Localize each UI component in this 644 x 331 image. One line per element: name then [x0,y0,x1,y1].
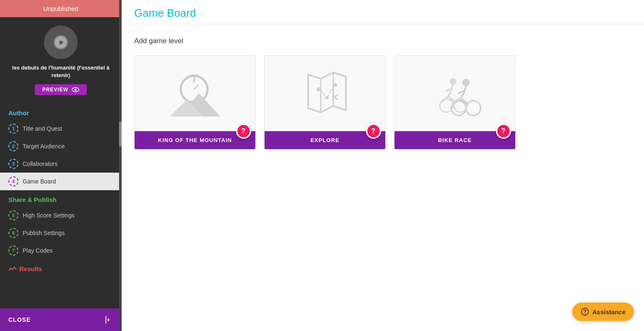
game-card-king-label: KING OF THE MOUNTAIN [158,137,232,143]
game-card-king-help[interactable]: ? [236,124,251,139]
step-1-badge: 1 [8,124,18,134]
svg-point-23 [584,313,585,314]
step-5-badge: 5 [8,210,18,220]
scrollbar-track[interactable] [119,0,122,331]
step-2-badge: 2 [8,141,18,151]
sidebar-item-title-quest-label: Title and Quest [23,125,62,132]
sidebar-item-high-score[interactable]: 5 High Score Settings [0,207,122,224]
game-card-bike-label: BIKE RACE [438,137,472,143]
sidebar-item-collaborators[interactable]: 3 Collaborators [0,155,122,173]
preview-label: PREVIEW [42,87,68,93]
game-card-king[interactable]: KING OF THE MOUNTAIN ? [134,55,256,150]
svg-line-8 [194,85,198,89]
sidebar-status: Unpublished [0,0,122,17]
svg-point-16 [462,79,470,86]
avatar-area: les debuts de l'humanité (l'essentiel à … [0,17,122,99]
sidebar-item-publish-settings[interactable]: 6 Publish Settings [0,224,122,242]
assistance-button[interactable]: Assistance [572,303,634,321]
svg-point-19 [450,78,457,85]
game-card-explore-image [265,56,385,131]
main-content: Game Board Add game level [122,0,644,331]
results-label: Results [19,265,42,272]
scrollbar-thumb [119,122,122,147]
sidebar-navigation: Author 1 Title and Quest 2 Target Audien… [0,99,122,308]
game-card-explore-label: EXPLORE [310,137,339,143]
sidebar-item-high-score-label: High Score Settings [23,212,75,219]
game-card-bike-help[interactable]: ? [496,124,511,139]
svg-point-17 [451,101,466,116]
author-section-label[interactable]: Author [0,103,122,120]
game-card-bike[interactable]: BIKE RACE ? [394,55,516,150]
avatar[interactable] [44,26,78,59]
sidebar-item-game-board[interactable]: 4 Game Board [0,173,122,190]
svg-point-18 [466,101,480,116]
sidebar: Unpublished les debuts de l'humanité (l'… [0,0,122,331]
game-card-king-footer: KING OF THE MOUNTAIN ? [135,131,255,149]
assistance-label: Assistance [592,308,626,315]
sidebar-item-target-audience-label: Target Audience [23,143,65,150]
sidebar-item-play-codes-label: Play Codes [23,247,53,254]
close-button[interactable]: CLOSE [0,308,122,331]
step-7-badge: 7 [8,246,18,256]
game-card-bike-footer: BIKE RACE ? [395,131,515,149]
game-card-king-image [135,56,255,131]
svg-point-4 [75,89,77,91]
sidebar-item-collaborators-label: Collaborators [23,160,57,167]
game-card-explore-help[interactable]: ? [366,124,381,139]
preview-button[interactable]: PREVIEW [35,84,87,95]
main-body: Add game level KI [122,24,644,331]
game-cards-container: KING OF THE MOUNTAIN ? [134,55,631,150]
sidebar-item-publish-settings-label: Publish Settings [23,230,65,236]
game-card-bike-image [395,56,515,131]
step-3-badge: 3 [8,159,18,169]
sidebar-item-title-quest[interactable]: 1 Title and Quest [0,120,122,137]
step-4-badge: 4 [8,176,18,186]
game-card-explore-footer: EXPLORE ? [265,131,385,149]
svg-point-2 [59,37,62,41]
sidebar-game-title: les debuts de l'humanité (l'essentiel à … [0,64,122,79]
page-title: Game Board [134,7,631,20]
close-label: CLOSE [8,316,31,323]
sidebar-item-target-audience[interactable]: 2 Target Audience [0,137,122,155]
step-6-badge: 6 [8,228,18,238]
main-header: Game Board [122,0,644,24]
results-section-label[interactable]: Results [0,259,122,276]
sidebar-item-game-board-label: Game Board [23,178,56,185]
sidebar-item-play-codes[interactable]: 7 Play Codes [0,242,122,259]
share-section-label[interactable]: Share & Publish [0,190,122,207]
add-level-label: Add game level [134,37,631,45]
game-card-explore[interactable]: EXPLORE ? [264,55,386,150]
